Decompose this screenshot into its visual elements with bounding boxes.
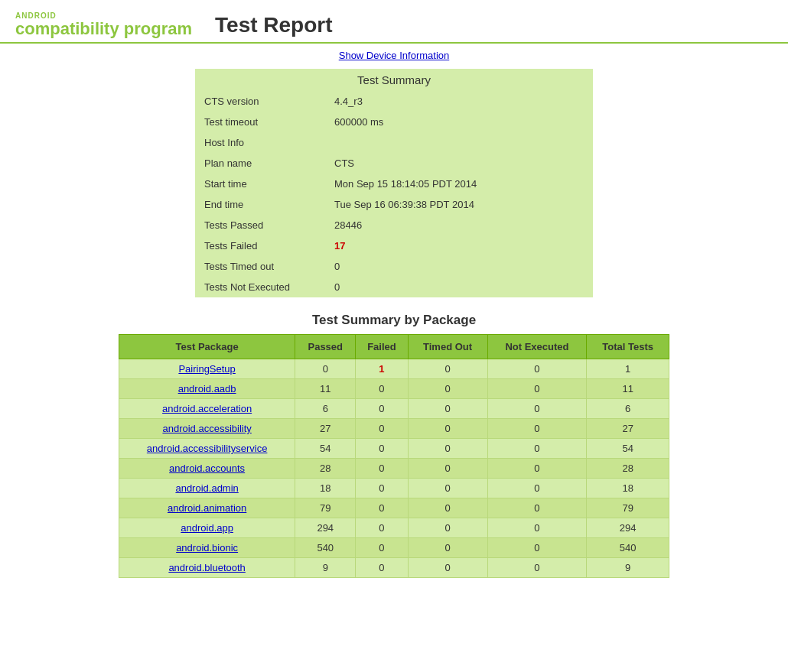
package-link[interactable]: android.accounts bbox=[169, 463, 245, 474]
total-cell: 540 bbox=[587, 538, 669, 558]
device-info-section: Show Device Information bbox=[0, 44, 788, 69]
logo: ANDROID compatibility program bbox=[15, 11, 192, 38]
package-link[interactable]: android.bionic bbox=[176, 542, 238, 554]
summary-row: Tests Passed28446 bbox=[195, 215, 593, 235]
timedout-cell: 0 bbox=[408, 419, 487, 439]
table-row: android.app294000294 bbox=[119, 518, 669, 538]
failed-cell: 0 bbox=[356, 439, 408, 459]
passed-cell: 11 bbox=[295, 379, 356, 399]
column-header: Total Tests bbox=[587, 335, 669, 359]
not-executed-cell: 0 bbox=[487, 359, 587, 379]
summary-value: 4.4_r3 bbox=[325, 91, 593, 112]
summary-row: Host Info bbox=[195, 132, 593, 153]
total-cell: 79 bbox=[587, 498, 669, 518]
package-link[interactable]: android.app bbox=[181, 522, 233, 534]
failed-cell: 0 bbox=[356, 518, 408, 538]
package-link[interactable]: android.accessibilityservice bbox=[147, 443, 268, 454]
package-link[interactable]: PairingSetup bbox=[178, 363, 235, 375]
passed-cell: 54 bbox=[295, 439, 356, 459]
column-header: Not Executed bbox=[487, 335, 587, 359]
summary-row: CTS version4.4_r3 bbox=[195, 91, 593, 112]
package-name-cell: android.bluetooth bbox=[119, 558, 295, 578]
timedout-cell: 0 bbox=[408, 399, 487, 419]
summary-label: CTS version bbox=[195, 91, 325, 112]
summary-value: 0 bbox=[325, 256, 593, 277]
summary-label: Start time bbox=[195, 174, 325, 194]
total-cell: 18 bbox=[587, 479, 669, 498]
summary-value: CTS bbox=[325, 153, 593, 174]
package-link[interactable]: android.aadb bbox=[178, 383, 236, 394]
table-row: android.bluetooth90009 bbox=[119, 558, 669, 578]
summary-value: 28446 bbox=[325, 215, 593, 235]
column-header: Passed bbox=[295, 335, 356, 359]
failed-cell: 0 bbox=[356, 399, 408, 419]
passed-cell: 6 bbox=[295, 399, 356, 419]
package-link[interactable]: android.bluetooth bbox=[168, 562, 245, 573]
package-name-cell: android.acceleration bbox=[119, 399, 295, 419]
summary-label: Host Info bbox=[195, 132, 325, 153]
not-executed-cell: 0 bbox=[487, 399, 587, 419]
total-cell: 54 bbox=[587, 439, 669, 459]
failed-cell: 0 bbox=[356, 558, 408, 578]
timedout-cell: 0 bbox=[408, 379, 487, 399]
timedout-cell: 0 bbox=[408, 479, 487, 498]
device-info-link[interactable]: Show Device Information bbox=[339, 50, 450, 61]
table-row: android.accessibility2700027 bbox=[119, 419, 669, 439]
total-cell: 28 bbox=[587, 459, 669, 479]
total-cell: 27 bbox=[587, 419, 669, 439]
passed-cell: 0 bbox=[295, 359, 356, 379]
package-name-cell: android.bionic bbox=[119, 538, 295, 558]
timedout-cell: 0 bbox=[408, 518, 487, 538]
table-row: PairingSetup01001 bbox=[119, 359, 669, 379]
package-name-cell: android.accounts bbox=[119, 459, 295, 479]
summary-label: Tests Passed bbox=[195, 215, 325, 235]
passed-cell: 18 bbox=[295, 479, 356, 498]
package-section: Test PackagePassedFailedTimed OutNot Exe… bbox=[119, 334, 669, 578]
table-row: android.aadb1100011 bbox=[119, 379, 669, 399]
package-link[interactable]: android.acceleration bbox=[162, 403, 252, 414]
summary-value bbox=[325, 132, 593, 153]
not-executed-cell: 0 bbox=[487, 439, 587, 459]
summary-value: Mon Sep 15 18:14:05 PDT 2014 bbox=[325, 174, 593, 194]
timedout-cell: 0 bbox=[408, 359, 487, 379]
summary-label: Tests Failed bbox=[195, 235, 325, 256]
failed-cell: 0 bbox=[356, 419, 408, 439]
package-name-cell: android.accessibilityservice bbox=[119, 439, 295, 459]
package-link[interactable]: android.accessibility bbox=[162, 423, 251, 434]
summary-row: Tests Timed out0 bbox=[195, 256, 593, 277]
failed-cell: 0 bbox=[356, 498, 408, 518]
timedout-cell: 0 bbox=[408, 498, 487, 518]
not-executed-cell: 0 bbox=[487, 538, 587, 558]
package-link[interactable]: android.animation bbox=[168, 502, 246, 514]
timedout-cell: 0 bbox=[408, 459, 487, 479]
not-executed-cell: 0 bbox=[487, 419, 587, 439]
package-name-cell: PairingSetup bbox=[119, 359, 295, 379]
summary-section: Test Summary CTS version4.4_r3Test timeo… bbox=[195, 69, 593, 297]
package-name-cell: android.admin bbox=[119, 479, 295, 498]
column-header: Test Package bbox=[119, 335, 295, 359]
summary-row: Plan nameCTS bbox=[195, 153, 593, 174]
package-section-title: Test Summary by Package bbox=[0, 313, 788, 328]
column-header: Timed Out bbox=[408, 335, 487, 359]
summary-row: Test timeout600000 ms bbox=[195, 112, 593, 132]
summary-row: Tests Failed17 bbox=[195, 235, 593, 256]
table-row: android.animation7900079 bbox=[119, 498, 669, 518]
not-executed-cell: 0 bbox=[487, 379, 587, 399]
summary-value: 600000 ms bbox=[325, 112, 593, 132]
failed-cell: 0 bbox=[356, 459, 408, 479]
page-title: Test Report bbox=[215, 13, 333, 37]
not-executed-cell: 0 bbox=[487, 498, 587, 518]
total-cell: 6 bbox=[587, 399, 669, 419]
not-executed-cell: 0 bbox=[487, 518, 587, 538]
summary-table: Test Summary CTS version4.4_r3Test timeo… bbox=[195, 69, 593, 297]
not-executed-cell: 0 bbox=[487, 459, 587, 479]
passed-cell: 27 bbox=[295, 419, 356, 439]
package-table: Test PackagePassedFailedTimed OutNot Exe… bbox=[119, 334, 669, 578]
summary-label: Tests Timed out bbox=[195, 256, 325, 277]
package-name-cell: android.app bbox=[119, 518, 295, 538]
failed-cell: 0 bbox=[356, 479, 408, 498]
package-link[interactable]: android.admin bbox=[175, 482, 238, 494]
package-name-cell: android.aadb bbox=[119, 379, 295, 399]
total-cell: 1 bbox=[587, 359, 669, 379]
not-executed-cell: 0 bbox=[487, 558, 587, 578]
